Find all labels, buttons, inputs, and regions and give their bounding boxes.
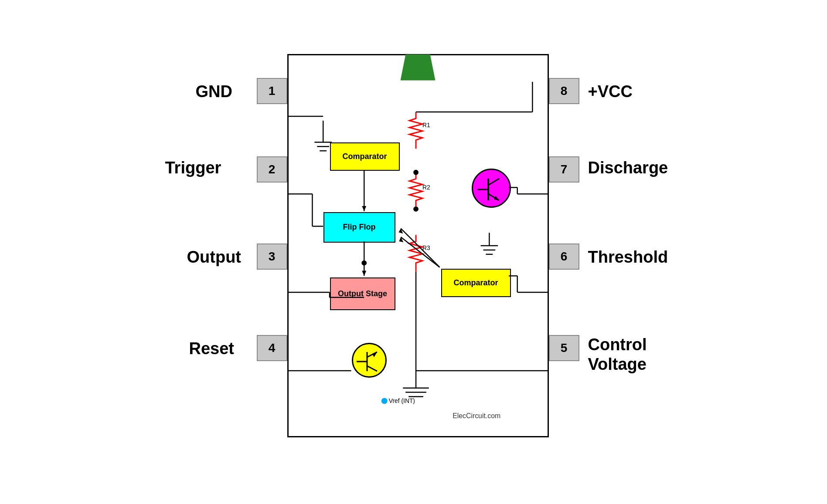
svg-text:ElecCircuit.com: ElecCircuit.com xyxy=(453,412,500,419)
circuit-wires: R1 R2 R3 xyxy=(289,55,548,436)
ic-notch xyxy=(401,54,436,81)
svg-text:Vref (INT): Vref (INT) xyxy=(388,397,415,404)
label-discharge: Discharge xyxy=(588,159,668,177)
svg-line-1 xyxy=(488,179,499,185)
transistor-discharge xyxy=(472,169,511,208)
svg-marker-24 xyxy=(362,206,366,211)
pin-7-box: 7 xyxy=(549,156,579,183)
ic-package: Comparator Flip Flop Output Stage Compar… xyxy=(287,54,549,437)
svg-line-7 xyxy=(367,366,377,371)
svg-marker-3 xyxy=(494,196,499,200)
svg-marker-32 xyxy=(398,228,403,233)
svg-text:R3: R3 xyxy=(422,244,430,251)
svg-point-44 xyxy=(381,398,387,404)
label-reset: Reset xyxy=(189,339,235,358)
label-trigger: Trigger xyxy=(165,159,221,177)
pin-4-box: 4 xyxy=(257,335,287,361)
label-gnd: GND xyxy=(196,82,232,101)
svg-point-39 xyxy=(413,169,419,175)
diagram-container: Comparator Flip Flop Output Stage Compar… xyxy=(152,30,675,474)
svg-line-33 xyxy=(401,237,439,267)
label-control: ControlVoltage xyxy=(588,335,647,375)
svg-point-38 xyxy=(413,206,419,211)
pin-1-box: 1 xyxy=(257,78,287,104)
svg-marker-26 xyxy=(362,271,366,276)
svg-line-31 xyxy=(401,228,439,267)
label-output: Output xyxy=(187,248,242,267)
comparator-top-block: Comparator xyxy=(330,142,400,171)
transistor-reset xyxy=(352,343,387,378)
output-stage-block: Output Stage xyxy=(330,277,395,310)
pin-2-box: 2 xyxy=(257,156,287,183)
label-vcc: +VCC xyxy=(588,82,633,101)
comparator-bottom-block: Comparator xyxy=(441,269,511,297)
pin-6-box: 6 xyxy=(549,244,579,270)
svg-marker-34 xyxy=(399,237,403,242)
pin-5-box: 5 xyxy=(549,335,579,361)
pin-3-box: 3 xyxy=(257,244,287,270)
flip-flop-block: Flip Flop xyxy=(323,212,395,243)
pin-8-box: 8 xyxy=(549,78,579,104)
svg-point-27 xyxy=(361,260,367,265)
svg-text:R1: R1 xyxy=(422,121,430,128)
label-threshold: Threshold xyxy=(588,248,668,267)
svg-text:R2: R2 xyxy=(422,184,430,191)
